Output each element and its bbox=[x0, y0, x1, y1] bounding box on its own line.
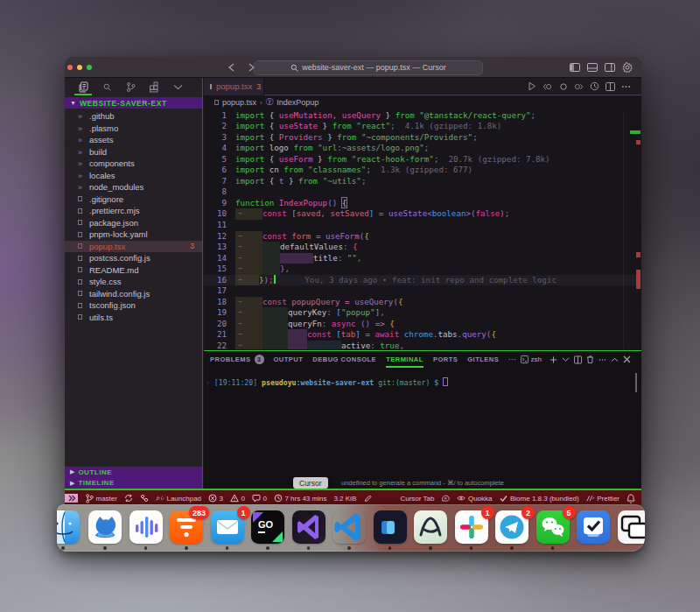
dock-icon-slack[interactable]: 1 bbox=[455, 510, 488, 544]
dock-icon-audio-waves-app[interactable] bbox=[130, 510, 163, 544]
explorer-item-assets[interactable]: »assets bbox=[65, 134, 202, 146]
close-icon[interactable] bbox=[623, 355, 631, 363]
statusbar-edit-indicator[interactable] bbox=[363, 494, 372, 503]
ellipsis-icon[interactable] bbox=[598, 355, 606, 363]
dock-icon-follow-rss[interactable]: 283 bbox=[170, 510, 203, 544]
layout-sidebar-left-icon[interactable] bbox=[569, 61, 580, 73]
error-icon[interactable] bbox=[208, 494, 217, 503]
statusbar-biome[interactable]: Biome 1.8.3 (bundled) bbox=[499, 494, 578, 503]
panel-tab--[interactable]: ··· bbox=[508, 351, 516, 369]
zoom-window-button[interactable] bbox=[87, 65, 92, 70]
breadcrumb[interactable]: popup.tsx › ⓨ IndexPopup bbox=[204, 96, 641, 110]
dock-icon-warp-terminal[interactable] bbox=[374, 510, 407, 544]
feedback-icon[interactable] bbox=[252, 494, 261, 503]
explorer-item-postcss.config.js[interactable]: postcss.config.js bbox=[65, 252, 202, 264]
panel-tab-gitlens[interactable]: GITLENS bbox=[467, 351, 499, 369]
terminal-content[interactable]: ◦ [19:11:20] pseudoyu:website-saver-ext … bbox=[206, 377, 448, 389]
statusbar-launchpad[interactable]: Launchpad bbox=[156, 494, 201, 503]
explorer-item-.plasmo[interactable]: ».plasmo bbox=[65, 123, 202, 135]
explorer-project-header[interactable]: ▼ WEBSITE-SAVER-EXT bbox=[65, 97, 202, 109]
branch-icon[interactable] bbox=[85, 494, 94, 503]
layout-sidebar-right-icon[interactable] bbox=[604, 61, 615, 73]
activity-chevron-down-icon[interactable] bbox=[172, 81, 184, 93]
code-line-16[interactable]: 16→}); You, 3 days ago • feat: init repo… bbox=[204, 275, 641, 286]
sidebar-section-timeline[interactable]: ▶ TIMELINE bbox=[65, 478, 202, 489]
close-window-button[interactable] bbox=[67, 65, 73, 70]
chevron-down-icon[interactable] bbox=[562, 355, 570, 363]
explorer-item-node_modules[interactable]: »node_modules bbox=[65, 181, 202, 193]
panel-tab-output[interactable]: OUTPUT bbox=[274, 351, 304, 369]
code-line-11[interactable]: 11 bbox=[204, 220, 641, 231]
code-line-1[interactable]: 1import { useMutation, useQuery } from "… bbox=[204, 110, 641, 122]
explorer-item-.github[interactable]: ».github bbox=[65, 110, 202, 123]
code-line-8[interactable]: 8 bbox=[204, 186, 641, 198]
panel-tab-debug-console[interactable]: DEBUG CONSOLE bbox=[312, 351, 376, 369]
code-editor[interactable]: 1import { useMutation, useQuery } from "… bbox=[204, 110, 641, 350]
code-line-5[interactable]: 5import { useForm } from "react-hook-for… bbox=[204, 154, 641, 165]
code-line-19[interactable]: 19→queryKey: ["popup"], bbox=[204, 307, 641, 319]
nav-forward-icon[interactable] bbox=[574, 81, 584, 91]
dock-icon-screens-app[interactable] bbox=[618, 510, 646, 544]
statusbar-errors[interactable]: 3 bbox=[208, 494, 223, 503]
breadcrumb-symbol[interactable]: IndexPopup bbox=[276, 98, 318, 107]
statusbar-feedback[interactable]: 0 bbox=[252, 494, 267, 503]
arrow-left-icon[interactable] bbox=[225, 60, 237, 74]
tab-popup-tsx[interactable]: popup.tsx 3 bbox=[204, 78, 264, 95]
explorer-item-.prettierrc.mjs[interactable]: .prettierrc.mjs bbox=[65, 205, 202, 217]
play-icon[interactable] bbox=[527, 81, 536, 91]
prettier-icon[interactable] bbox=[586, 494, 595, 503]
plus-icon[interactable] bbox=[550, 355, 557, 363]
statusbar-file-size[interactable]: 3.2 KiB bbox=[333, 495, 356, 503]
sync-icon[interactable] bbox=[124, 494, 133, 503]
rocket-icon[interactable] bbox=[156, 494, 164, 503]
terminal-box-icon[interactable] bbox=[521, 355, 528, 363]
explorer-item-pnpm-lock.yaml[interactable]: pnpm-lock.yaml bbox=[65, 229, 202, 241]
chevron-up-icon[interactable] bbox=[611, 355, 619, 363]
panel-tab-problems[interactable]: PROBLEMS3 bbox=[210, 351, 264, 369]
code-line-14[interactable]: 14→title: "", bbox=[204, 253, 641, 264]
activity-search-icon[interactable] bbox=[101, 81, 113, 93]
dock-icon-vscode-blue[interactable] bbox=[332, 510, 366, 544]
graph-icon[interactable] bbox=[140, 494, 149, 503]
code-line-4[interactable]: 4import logo from "url:~assets/logo.png"… bbox=[204, 143, 641, 154]
explorer-item-components[interactable]: »components bbox=[65, 158, 202, 170]
dock-icon-vscode-purple[interactable] bbox=[292, 510, 326, 544]
history-icon[interactable] bbox=[590, 81, 599, 91]
dock-icon-fox-app[interactable] bbox=[88, 510, 122, 544]
code-line-18[interactable]: 18→const popupQuery = useQuery({ bbox=[204, 297, 641, 308]
dock-icon-finder[interactable] bbox=[57, 510, 80, 544]
statusbar-cursor-tab[interactable]: Cursor Tab bbox=[400, 495, 434, 503]
statusbar-notifications-bell[interactable] bbox=[626, 494, 635, 503]
explorer-item-popup.tsx[interactable]: popup.tsx3 bbox=[65, 241, 202, 253]
panel-tab-ports[interactable]: PORTS bbox=[433, 351, 458, 369]
clock-icon[interactable] bbox=[274, 494, 283, 503]
split-editor-icon[interactable] bbox=[606, 81, 615, 91]
explorer-item-style.css[interactable]: style.css bbox=[65, 276, 202, 288]
activity-extensions-icon[interactable] bbox=[148, 81, 160, 93]
statusbar-cursor-tab-toggle[interactable] bbox=[441, 494, 450, 503]
statusbar-git-branch[interactable]: master bbox=[85, 494, 117, 503]
circle-icon[interactable] bbox=[558, 81, 568, 91]
code-line-10[interactable]: 10→const [saved, setSaved] = useState<bo… bbox=[204, 208, 641, 220]
explorer-item-utils.ts[interactable]: utils.ts bbox=[65, 312, 202, 324]
split-panel-icon[interactable] bbox=[574, 355, 582, 363]
check-icon[interactable] bbox=[499, 494, 508, 503]
nav-back-icon[interactable] bbox=[542, 81, 552, 91]
panel-tab-terminal[interactable]: TERMINAL bbox=[386, 351, 424, 369]
terminal-scrollbar[interactable] bbox=[635, 373, 637, 392]
explorer-item-locales[interactable]: »locales bbox=[65, 170, 202, 182]
code-line-21[interactable]: 21→const [tab] = await chrome.tabs.query… bbox=[204, 329, 641, 341]
statusbar-wakatime[interactable]: 7 hrs 43 mins bbox=[274, 494, 327, 503]
code-line-13[interactable]: 13→defaultValues: { bbox=[204, 242, 641, 253]
code-line-12[interactable]: 12→const form = useForm({ bbox=[204, 231, 641, 243]
code-line-2[interactable]: 2import { useState } from "react"; 4.1k … bbox=[204, 121, 641, 132]
statusbar-prettier[interactable]: Prettier bbox=[586, 494, 620, 503]
ellipsis-icon[interactable] bbox=[621, 81, 631, 91]
settings-gear-icon[interactable] bbox=[621, 61, 633, 73]
statusbar-commit-graph[interactable] bbox=[140, 494, 149, 503]
code-line-20[interactable]: 20→queryFn: async () => { bbox=[204, 319, 641, 330]
pencil-icon[interactable] bbox=[363, 494, 372, 503]
statusbar-warnings[interactable]: 0 bbox=[230, 494, 245, 503]
explorer-item-build[interactable]: »build bbox=[65, 146, 202, 158]
activity-source-control-icon[interactable] bbox=[124, 81, 136, 93]
